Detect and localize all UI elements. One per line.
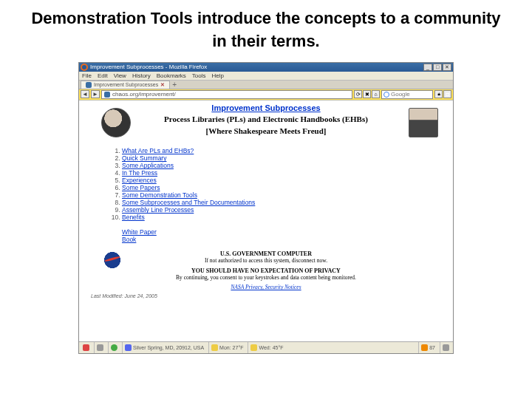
minimize-button[interactable]: _ [423, 64, 432, 71]
shakespeare-portrait-icon [101, 108, 131, 137]
firefox-icon [81, 64, 88, 71]
url-actions: ⟳ ✖ ⌂ [354, 90, 380, 98]
toc-link-10[interactable]: Benefits [122, 214, 145, 221]
browser-window: Improvement Subprocesses - Mozilla Firef… [78, 62, 454, 354]
menu-file[interactable]: File [82, 72, 92, 79]
url-bar[interactable]: chaos.org/improvement/ [101, 90, 352, 99]
tab-favicon-icon [86, 82, 92, 88]
menu-help[interactable]: Help [211, 72, 223, 79]
menu-history[interactable]: History [132, 72, 151, 79]
toc-link-5[interactable]: Experiences [122, 177, 157, 184]
titlebar: Improvement Subprocesses - Mozilla Firef… [79, 63, 453, 72]
location-icon [125, 344, 132, 351]
book-link[interactable]: Book [122, 236, 446, 243]
back-button[interactable]: ◄ [81, 90, 89, 98]
abp-icon[interactable]: ◘ [443, 90, 451, 98]
toc: What Are PLs and EHBs? Quick Summary Som… [109, 147, 446, 221]
toc-item: Some Demonstration Tools [122, 191, 446, 199]
forward-button[interactable]: ► [91, 90, 100, 98]
status-weather-1[interactable]: Mon: 27°F [208, 342, 245, 353]
toolbar-extras: ★ ◘ [434, 90, 451, 98]
reload-button[interactable]: ⟳ [354, 90, 362, 98]
toc-item: Quick Summary [122, 154, 446, 162]
close-button[interactable]: ✕ [443, 64, 451, 71]
search-box[interactable]: Google [381, 90, 433, 99]
maximize-button[interactable]: □ [433, 64, 442, 71]
page-title-link[interactable]: Improvement Subprocesses [211, 103, 320, 112]
weather-icon [211, 344, 218, 351]
toc-link-9[interactable]: Assembly Line Processes [122, 206, 194, 214]
tab-close-icon[interactable]: ✕ [160, 82, 165, 88]
toc-link-7[interactable]: Some Demonstration Tools [122, 191, 197, 199]
toc-item: Benefits [122, 214, 446, 221]
toc-link-4[interactable]: In The Press [122, 169, 157, 177]
slide-title: Demonstration Tools introduce the concep… [0, 0, 532, 62]
ext-icon [111, 344, 117, 351]
google-icon [383, 92, 389, 98]
counter-icon [421, 344, 428, 351]
url-text: chaos.org/improvement/ [112, 91, 176, 98]
toc-item: Some Subprocesses and Their Documentatio… [122, 199, 446, 206]
notice-heading-1: U.S. GOVERNMENT COMPUTER [220, 250, 312, 257]
ext-icon [97, 344, 103, 351]
page-subtitle-1: Process Libraries (PLs) and Electronic H… [86, 114, 446, 126]
tab-label: Improvement Subprocesses [94, 82, 158, 87]
weather-icon [250, 344, 257, 351]
status-weather-2[interactable]: Wed: 45°F [248, 342, 285, 353]
tabbar: Improvement Subprocesses ✕ + [79, 81, 453, 89]
menu-tools[interactable]: Tools [192, 72, 206, 79]
home-button[interactable]: ⌂ [372, 90, 380, 98]
status-weather-2-text: Wed: 45°F [259, 345, 283, 350]
status-ext-2[interactable] [94, 342, 106, 353]
window-title: Improvement Subprocesses - Mozilla Firef… [90, 64, 423, 70]
url-favicon-icon [104, 92, 110, 98]
gov-notice: U.S. GOVERNMENT COMPUTER If not authoriz… [86, 250, 446, 290]
status-location-text: Silver Spring, MD, 20912, USA [133, 345, 204, 350]
toc-link-8[interactable]: Some Subprocesses and Their Documentatio… [122, 199, 255, 206]
notice-line-1: If not authorized to access this system,… [86, 257, 446, 264]
privacy-link[interactable]: NASA Privacy, Security Notices [86, 284, 446, 290]
ext-icon [83, 344, 89, 351]
status-ext-4[interactable] [440, 342, 451, 353]
navbar: ◄ ► chaos.org/improvement/ ⟳ ✖ ⌂ Google … [79, 89, 453, 100]
page-header: Improvement Subprocesses Process Librari… [86, 103, 446, 137]
toc-item: Assembly Line Processes [122, 206, 446, 214]
nasa-logo-icon [101, 250, 123, 270]
notice-heading-2: YOU SHOULD HAVE NO EXPECTATION OF PRIVAC… [86, 267, 446, 274]
search-placeholder: Google [391, 91, 410, 98]
toc-link-2[interactable]: Quick Summary [122, 154, 166, 162]
page-content: Improvement Subprocesses Process Librari… [79, 100, 453, 341]
window-controls: _ □ ✕ [423, 64, 451, 71]
toc-link-3[interactable]: Some Applications [122, 162, 174, 169]
toc-link-1[interactable]: What Are PLs and EHBs? [122, 147, 194, 154]
stop-button[interactable]: ✖ [363, 90, 371, 98]
menu-bookmarks[interactable]: Bookmarks [157, 72, 186, 79]
status-ext-1[interactable] [81, 342, 92, 353]
status-ext-3[interactable] [108, 342, 120, 353]
menu-view[interactable]: View [114, 72, 126, 79]
status-weather-1-text: Mon: 27°F [219, 345, 243, 350]
ext-icon [443, 344, 449, 351]
new-tab-button[interactable]: + [172, 81, 177, 89]
status-counter-text: 87 [429, 345, 435, 350]
white-paper-link[interactable]: White Paper [122, 228, 446, 236]
status-counter[interactable]: 87 [418, 342, 437, 353]
bookmark-button[interactable]: ★ [434, 90, 443, 98]
menubar: File Edit View History Bookmarks Tools H… [79, 72, 453, 81]
status-location[interactable]: Silver Spring, MD, 20912, USA [122, 342, 206, 353]
toc-link-6[interactable]: Some Papers [122, 184, 160, 191]
freud-portrait-icon [409, 108, 438, 137]
supplementary-links: White Paper Book [122, 228, 446, 243]
tab-active[interactable]: Improvement Subprocesses ✕ [81, 81, 170, 89]
toc-item: Experiences [122, 177, 446, 184]
page-subtitle-2: [Where Shakespeare Meets Freud] [86, 126, 446, 137]
notice-line-2: By continuing, you consent to your keyst… [86, 274, 446, 281]
toc-item: Some Papers [122, 184, 446, 191]
toc-item: Some Applications [122, 162, 446, 169]
statusbar: Silver Spring, MD, 20912, USA Mon: 27°F … [79, 341, 453, 353]
toc-item: In The Press [122, 169, 446, 177]
menu-edit[interactable]: Edit [98, 72, 108, 79]
last-modified: Last Modified: June 24, 2005 [86, 293, 446, 299]
toc-item: What Are PLs and EHBs? [122, 147, 446, 154]
